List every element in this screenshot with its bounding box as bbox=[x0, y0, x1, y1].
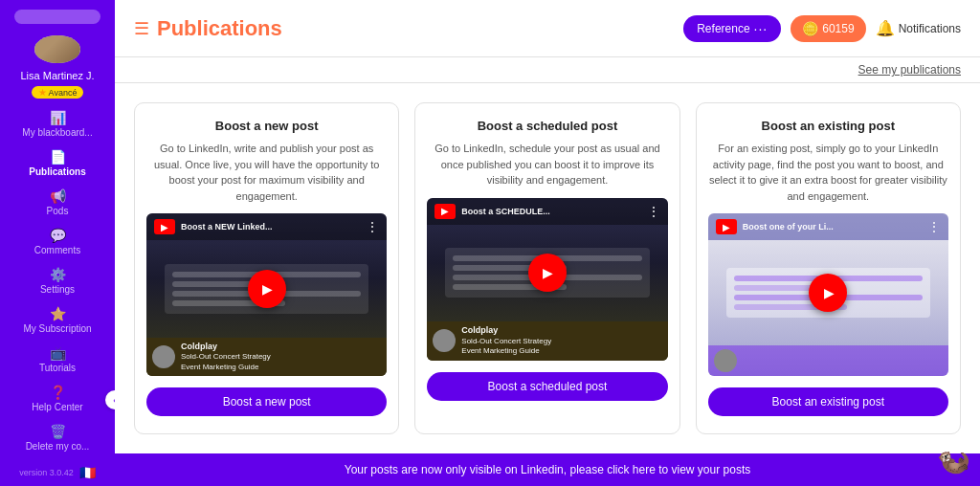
mascot[interactable]: 🦦 bbox=[937, 445, 970, 476]
video-footer-avatar-3 bbox=[714, 349, 737, 372]
youtube-icon: ▶ bbox=[154, 219, 175, 234]
youtube-icon-2: ▶ bbox=[434, 204, 456, 219]
video-footer-avatar bbox=[152, 345, 175, 368]
card-new-post-desc: Go to LinkedIn, write and publish your p… bbox=[146, 141, 387, 204]
video-thumb-existing-post[interactable]: ▶ Boost one of your Li... ⋮ bbox=[708, 213, 948, 376]
user-name: Lisa Martinez J. bbox=[20, 69, 94, 82]
video-content bbox=[146, 240, 387, 338]
video-footer-text: Coldplay Sold-Out Concert Strategy Event… bbox=[181, 342, 271, 372]
language-flag: 🇫🇷 bbox=[79, 465, 96, 480]
see-publications-button[interactable]: See my publications bbox=[858, 63, 961, 77]
sidebar-item-delete[interactable]: 🗑️ Delete my co... bbox=[0, 418, 115, 457]
sidebar-item-tutorials[interactable]: 📺 Tutorials bbox=[0, 340, 115, 379]
card-scheduled-post-title: Boost a scheduled post bbox=[478, 119, 618, 133]
youtube-icon-3: ▶ bbox=[716, 219, 737, 234]
tutorials-icon: 📺 bbox=[50, 345, 66, 361]
coins-button[interactable]: 🪙 60159 bbox=[791, 15, 865, 42]
coin-icon: 🪙 bbox=[802, 21, 818, 36]
reference-button[interactable]: Reference ··· bbox=[683, 15, 781, 42]
main-content: ☰ Publications Reference ··· 🪙 60159 🔔 N… bbox=[115, 0, 980, 486]
sidebar-item-comments[interactable]: 💬 Comments bbox=[0, 222, 115, 261]
play-button-2[interactable] bbox=[528, 254, 567, 292]
page-icon: ☰ bbox=[134, 18, 149, 39]
card-existing-post-desc: For an existing post, simply go to your … bbox=[708, 141, 948, 204]
play-button[interactable] bbox=[248, 270, 286, 308]
video-menu-icon-3[interactable]: ⋮ bbox=[927, 219, 941, 234]
plan-badge: ★ Avancé bbox=[32, 86, 84, 99]
footer-bar[interactable]: Your posts are now only visible on Linke… bbox=[115, 453, 980, 486]
video-footer-avatar-2 bbox=[433, 329, 456, 352]
card-existing-post: Boost an existing post For an existing p… bbox=[696, 102, 961, 434]
video-thumb-new-post[interactable]: ▶ Boost a NEW Linked... ⋮ bbox=[146, 213, 387, 376]
publications-icon: 📄 bbox=[50, 149, 66, 165]
page-title: Publications bbox=[157, 16, 282, 41]
sidebar-item-publications[interactable]: 📄 Publications bbox=[0, 144, 115, 183]
video-content-2 bbox=[427, 225, 667, 322]
sidebar-item-pods[interactable]: 📢 Pods bbox=[0, 183, 115, 222]
card-scheduled-post: Boost a scheduled post Go to LinkedIn, s… bbox=[414, 102, 679, 434]
video-title-new-post: Boost a NEW Linked... bbox=[181, 222, 360, 232]
header: ☰ Publications Reference ··· 🪙 60159 🔔 N… bbox=[115, 0, 980, 57]
search-input[interactable] bbox=[14, 10, 100, 24]
card-scheduled-post-desc: Go to LinkedIn, schedule your post as us… bbox=[427, 141, 667, 188]
sidebar-item-subscription[interactable]: ⭐ My Subscription bbox=[0, 300, 115, 340]
bell-icon: 🔔 bbox=[876, 19, 895, 37]
help-icon: ❓ bbox=[50, 385, 66, 400]
video-footer-text-2: Coldplay Sold-Out Concert Strategy Event… bbox=[461, 325, 551, 356]
card-new-post-title: Boost a new post bbox=[215, 119, 319, 133]
comments-icon: 💬 bbox=[50, 228, 66, 243]
sidebar-item-dashboard[interactable]: 📊 My blackboard... bbox=[0, 104, 115, 144]
boost-scheduled-post-button[interactable]: Boost a scheduled post bbox=[427, 372, 667, 401]
avatar bbox=[34, 35, 80, 63]
card-new-post: Boost a new post Go to LinkedIn, write a… bbox=[134, 102, 399, 434]
video-title-scheduled: Boost a SCHEDULE... bbox=[461, 207, 640, 216]
cards-area: Boost a new post Go to LinkedIn, write a… bbox=[115, 83, 980, 453]
card-existing-post-title: Boost an existing post bbox=[762, 119, 895, 133]
video-thumb-scheduled-post[interactable]: ▶ Boost a SCHEDULE... ⋮ bbox=[427, 198, 667, 361]
boost-new-post-button[interactable]: Boost a new post bbox=[146, 387, 387, 416]
pods-icon: 📢 bbox=[50, 188, 66, 204]
video-menu-icon[interactable]: ⋮ bbox=[366, 219, 379, 234]
version-label: version 3.0.42 bbox=[19, 468, 74, 477]
sidebar-item-help[interactable]: ❓ Help Center bbox=[0, 379, 115, 418]
video-title-existing: Boost one of your Li... bbox=[743, 222, 922, 232]
delete-icon: 🗑️ bbox=[50, 424, 66, 439]
notifications-button[interactable]: 🔔 Notifications bbox=[876, 19, 961, 37]
page-title-area: ☰ Publications bbox=[134, 16, 683, 41]
sub-header: See my publications bbox=[115, 57, 980, 83]
reference-dots: ··· bbox=[754, 21, 768, 36]
video-content-3 bbox=[708, 240, 948, 345]
dashboard-icon: 📊 bbox=[50, 110, 66, 125]
subscription-icon: ⭐ bbox=[50, 306, 66, 321]
sidebar-bottom: version 3.0.42 🇫🇷 bbox=[0, 457, 115, 486]
video-menu-icon-2[interactable]: ⋮ bbox=[647, 204, 660, 219]
sidebar-item-settings[interactable]: ⚙️ Settings bbox=[0, 261, 115, 300]
settings-icon: ⚙️ bbox=[50, 267, 66, 282]
header-actions: Reference ··· 🪙 60159 🔔 Notifications bbox=[683, 15, 961, 42]
sidebar: Lisa Martinez J. ★ Avancé 📊 My blackboar… bbox=[0, 0, 115, 486]
boost-existing-post-button[interactable]: Boost an existing post bbox=[708, 387, 948, 416]
